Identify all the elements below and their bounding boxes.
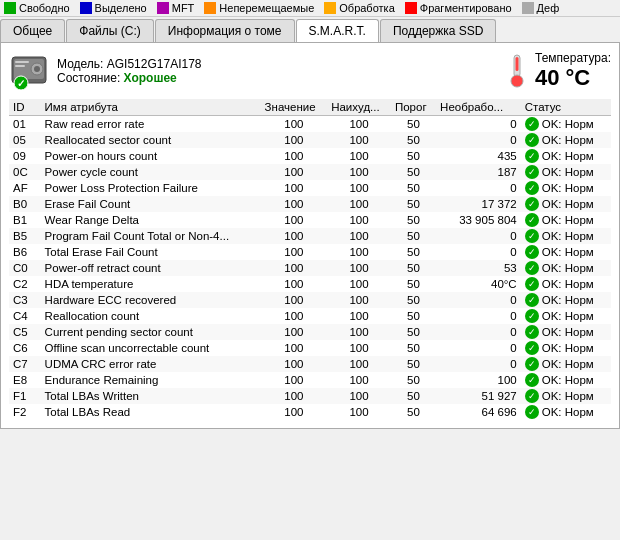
cell-value: 100	[261, 148, 328, 164]
cell-worst: 100	[327, 212, 391, 228]
cell-id: C3	[9, 292, 41, 308]
cell-raw: 64 696	[436, 404, 521, 420]
cell-raw: 0	[436, 228, 521, 244]
cell-value: 100	[261, 388, 328, 404]
cell-thresh: 50	[391, 276, 436, 292]
tab-general[interactable]: Общее	[0, 19, 65, 42]
status-label: Состояние:	[57, 71, 120, 85]
cell-status: ✓OK: Норм	[521, 196, 611, 212]
table-row: 0CPower cycle count10010050187✓OK: Норм	[9, 164, 611, 180]
cell-id: 05	[9, 132, 41, 148]
tab-volume-info[interactable]: Информация о томе	[155, 19, 295, 42]
cell-thresh: 50	[391, 340, 436, 356]
ok-check-icon: ✓	[525, 293, 539, 307]
cell-raw: 0	[436, 180, 521, 196]
ok-check-icon: ✓	[525, 341, 539, 355]
cell-value: 100	[261, 292, 328, 308]
cell-raw: 0	[436, 324, 521, 340]
cell-value: 100	[261, 340, 328, 356]
status-text: OK: Норм	[542, 278, 594, 290]
model-label: Модель:	[57, 57, 103, 71]
cell-thresh: 50	[391, 324, 436, 340]
legend-item-free: Свободно	[4, 2, 70, 14]
cell-status: ✓OK: Норм	[521, 180, 611, 196]
cell-value: 100	[261, 404, 328, 420]
cell-thresh: 50	[391, 260, 436, 276]
cell-name: Endurance Remaining	[41, 372, 261, 388]
cell-status: ✓OK: Норм	[521, 292, 611, 308]
cell-name: Power-off retract count	[41, 260, 261, 276]
cell-worst: 100	[327, 404, 391, 420]
cell-id: B0	[9, 196, 41, 212]
table-row: C7UDMA CRC error rate100100500✓OK: Норм	[9, 356, 611, 372]
legend-item-unmovable: Неперемещаемые	[204, 2, 314, 14]
ok-check-icon: ✓	[525, 213, 539, 227]
tab-ssd-support[interactable]: Поддержка SSD	[380, 19, 497, 42]
status-text: OK: Норм	[542, 358, 594, 370]
cell-raw: 0	[436, 116, 521, 133]
table-header-row: ID Имя атрибута Значение Наихуд... Порог…	[9, 99, 611, 116]
cell-thresh: 50	[391, 356, 436, 372]
tab-files[interactable]: Файлы (С:)	[66, 19, 153, 42]
status-text: OK: Норм	[542, 390, 594, 402]
legend-dot-fragmented	[405, 2, 417, 14]
ok-check-icon: ✓	[525, 181, 539, 195]
cell-value: 100	[261, 132, 328, 148]
cell-worst: 100	[327, 164, 391, 180]
legend-dot-unmovable	[204, 2, 216, 14]
cell-status: ✓OK: Норм	[521, 404, 611, 420]
table-row: B5Program Fail Count Total or Non-4...10…	[9, 228, 611, 244]
table-row: 01Raw read error rate100100500✓OK: Норм	[9, 116, 611, 133]
legend-item-selected: Выделено	[80, 2, 147, 14]
cell-raw: 435	[436, 148, 521, 164]
cell-name: Offline scan uncorrectable count	[41, 340, 261, 356]
cell-thresh: 50	[391, 308, 436, 324]
cell-status: ✓OK: Норм	[521, 260, 611, 276]
ok-check-icon: ✓	[525, 277, 539, 291]
table-row: F1Total LBAs Written1001005051 927✓OK: Н…	[9, 388, 611, 404]
status-text: OK: Норм	[542, 326, 594, 338]
cell-worst: 100	[327, 244, 391, 260]
cell-name: Reallocated sector count	[41, 132, 261, 148]
svg-point-3	[34, 66, 40, 72]
cell-value: 100	[261, 228, 328, 244]
cell-worst: 100	[327, 308, 391, 324]
cell-worst: 100	[327, 196, 391, 212]
device-info: ✓ Модель: AGI512G17AI178 Состояние: Хоро…	[9, 51, 611, 91]
cell-value: 100	[261, 164, 328, 180]
ok-check-icon: ✓	[525, 197, 539, 211]
table-row: C2HDA temperature1001005040°C✓OK: Норм	[9, 276, 611, 292]
cell-thresh: 50	[391, 116, 436, 133]
device-left: ✓ Модель: AGI512G17AI178 Состояние: Хоро…	[9, 51, 201, 91]
status-text: OK: Норм	[542, 182, 594, 194]
status-text: OK: Норм	[542, 246, 594, 258]
legend-label-mft: MFT	[172, 2, 195, 14]
table-row: C6Offline scan uncorrectable count100100…	[9, 340, 611, 356]
disk-icon: ✓	[9, 51, 49, 91]
status-text: OK: Норм	[542, 198, 594, 210]
table-row: C0Power-off retract count1001005053✓OK: …	[9, 260, 611, 276]
cell-name: Wear Range Delta	[41, 212, 261, 228]
cell-value: 100	[261, 116, 328, 133]
status-text: OK: Норм	[542, 294, 594, 306]
cell-thresh: 50	[391, 180, 436, 196]
cell-status: ✓OK: Норм	[521, 244, 611, 260]
cell-raw: 0	[436, 340, 521, 356]
cell-thresh: 50	[391, 196, 436, 212]
cell-name: Power-on hours count	[41, 148, 261, 164]
status-text: OK: Норм	[542, 342, 594, 354]
col-header-name: Имя атрибута	[41, 99, 261, 116]
cell-id: F1	[9, 388, 41, 404]
legend-dot-processing	[324, 2, 336, 14]
legend-item-processing: Обработка	[324, 2, 394, 14]
cell-status: ✓OK: Норм	[521, 148, 611, 164]
cell-value: 100	[261, 324, 328, 340]
cell-name: Reallocation count	[41, 308, 261, 324]
model-value: AGI512G17AI178	[107, 57, 202, 71]
legend-dot-free	[4, 2, 16, 14]
cell-id: B5	[9, 228, 41, 244]
smart-table: ID Имя атрибута Значение Наихуд... Порог…	[9, 99, 611, 420]
table-row: C3Hardware ECC recovered100100500✓OK: Но…	[9, 292, 611, 308]
tab-smart[interactable]: S.M.A.R.T.	[296, 19, 379, 42]
cell-value: 100	[261, 260, 328, 276]
